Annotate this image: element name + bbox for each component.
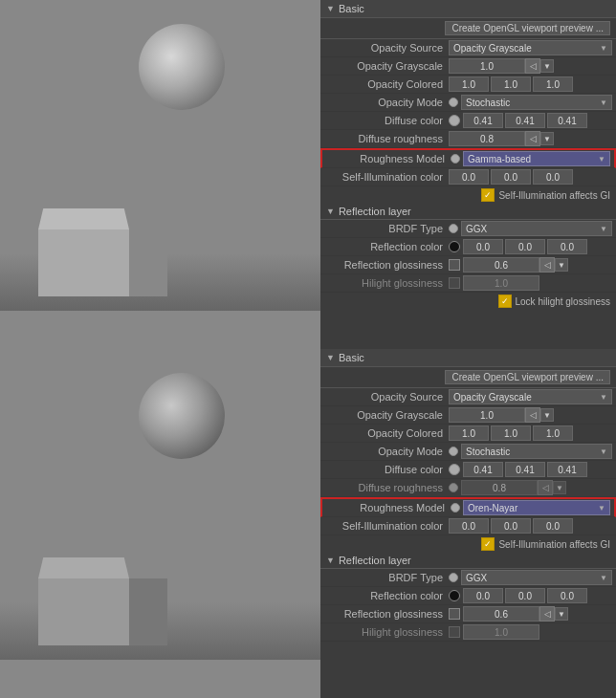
top-refl-v1[interactable] xyxy=(463,239,503,254)
bot-brdf-radio[interactable] xyxy=(449,573,458,582)
top-diffuse-v2[interactable] xyxy=(505,113,545,128)
bot-refl-gloss-expand[interactable]: ▼ xyxy=(555,607,568,621)
bot-opacity-source-dropdown[interactable]: Opacity Grayscale ▼ xyxy=(449,389,612,404)
top-refl-v2[interactable] xyxy=(505,239,545,254)
bot-brdf-dropdown[interactable]: GGX ▼ xyxy=(461,570,612,585)
top-opacity-grayscale-slider[interactable]: ◁ xyxy=(525,58,540,74)
top-diffuse-v3[interactable] xyxy=(547,113,587,128)
top-reflection-header: ▼ Reflection layer xyxy=(320,204,616,220)
bot-opacity-colored-v2[interactable] xyxy=(491,425,531,441)
top-refl-v3[interactable] xyxy=(547,239,587,254)
top-self-illum-v2[interactable] xyxy=(491,169,531,185)
top-cube-side xyxy=(129,229,167,296)
bot-refl-gloss-slider[interactable]: ◁ xyxy=(539,606,555,622)
bot-diffuse-roughness-radio[interactable] xyxy=(449,483,458,492)
top-opacity-grayscale-expand[interactable]: ▼ xyxy=(540,59,554,73)
top-opacity-mode-label: Opacity Mode xyxy=(324,97,449,108)
top-diffuse-roughness-expand[interactable]: ▼ xyxy=(540,132,554,145)
top-hilight-gloss-field[interactable] xyxy=(463,275,539,291)
top-lock-hilight-checkbox[interactable]: ✓ xyxy=(498,294,512,308)
top-roughness-model-row: Roughness Model Gamma-based ▼ xyxy=(320,148,616,168)
top-lock-checkmark: ✓ xyxy=(501,296,509,306)
top-props-panel: ▼ Basic Create OpenGL viewport preview .… xyxy=(320,0,616,349)
top-panel: ▼ Basic Create OpenGL viewport preview .… xyxy=(0,0,616,349)
top-self-illum-v3[interactable] xyxy=(533,169,573,185)
bot-refl-v2[interactable] xyxy=(505,588,545,603)
bot-opacity-grayscale-field[interactable] xyxy=(449,407,525,423)
top-opacity-mode-radio[interactable] xyxy=(449,98,458,107)
bot-refl-gloss-color[interactable] xyxy=(449,608,460,620)
top-reflection-label: Reflection layer xyxy=(339,206,411,217)
top-opacity-colored-v2[interactable] xyxy=(491,76,531,92)
bot-hilight-gloss-color[interactable] xyxy=(449,626,460,638)
top-refl-gloss-slider[interactable]: ◁ xyxy=(539,257,555,273)
top-create-opengl-button[interactable]: Create OpenGL viewport preview ... xyxy=(445,21,610,35)
bot-create-opengl-button[interactable]: Create OpenGL viewport preview ... xyxy=(445,370,610,384)
top-refl-gloss-row: Reflection glossiness ◁ ▼ xyxy=(320,256,616,274)
bot-opacity-grayscale-expand[interactable]: ▼ xyxy=(540,408,554,422)
top-diffuse-roughness-field[interactable] xyxy=(449,131,525,146)
bot-hilight-gloss-field[interactable] xyxy=(463,624,539,640)
top-opacity-mode-dropdown[interactable]: Stochastic ▼ xyxy=(461,95,612,110)
bot-reflection-label: Reflection layer xyxy=(339,555,411,566)
top-self-illum-label: Self-Illumination color xyxy=(324,171,449,183)
bot-self-illum-row: Self-Illumination color xyxy=(320,517,616,535)
bot-refl-v3[interactable] xyxy=(547,588,587,603)
bot-brdf-label: BRDF Type xyxy=(324,572,449,583)
bot-refl-v1[interactable] xyxy=(463,588,503,603)
top-diffuse-color-dot[interactable] xyxy=(449,115,460,126)
bot-diffuse-roughness-field[interactable] xyxy=(461,480,538,495)
bot-self-illum-gi-checkbox[interactable]: ✓ xyxy=(481,537,495,551)
bot-opacity-grayscale-slider[interactable]: ◁ xyxy=(525,407,540,423)
top-diffuse-roughness-slider[interactable]: ◁ xyxy=(525,131,540,146)
bot-cube-side xyxy=(129,578,167,645)
top-opacity-colored-v3[interactable] xyxy=(533,76,573,92)
bot-opacity-colored-v3[interactable] xyxy=(533,425,573,441)
bot-reflection-header: ▼ Reflection layer xyxy=(320,553,616,569)
bottom-props-panel: ▼ Basic Create OpenGL viewport preview .… xyxy=(320,349,616,698)
top-self-illum-v1[interactable] xyxy=(449,169,489,185)
top-brdf-radio[interactable] xyxy=(449,224,458,233)
top-brdf-row: BRDF Type GGX ▼ xyxy=(320,220,616,238)
top-opacity-grayscale-row: Opacity Grayscale ◁ ▼ xyxy=(320,57,616,76)
top-refl-gloss-expand[interactable]: ▼ xyxy=(555,258,568,272)
bot-opacity-mode-dropdown[interactable]: Stochastic ▼ xyxy=(461,444,612,459)
top-reflection-triangle: ▼ xyxy=(326,207,335,216)
top-opacity-source-dropdown[interactable]: Opacity Grayscale ▼ xyxy=(449,40,612,55)
top-self-illum-gi-checkbox[interactable]: ✓ xyxy=(481,188,495,202)
bot-diffuse-v3[interactable] xyxy=(547,462,587,477)
bot-roughness-model-dropdown[interactable]: Oren-Nayar ▼ xyxy=(463,500,610,515)
top-opacity-grayscale-field[interactable] xyxy=(449,58,525,74)
bot-opacity-colored-v1[interactable] xyxy=(449,425,489,441)
bot-cube-front xyxy=(38,578,129,645)
top-reflection-color-dot[interactable] xyxy=(449,241,460,252)
top-brdf-dropdown[interactable]: GGX ▼ xyxy=(461,221,612,236)
top-refl-gloss-field[interactable] xyxy=(463,257,539,273)
bot-opacity-mode-radio[interactable] xyxy=(449,447,458,456)
top-roughness-model-dropdown[interactable]: Gamma-based ▼ xyxy=(463,151,610,166)
bot-self-illum-v1[interactable] xyxy=(449,518,489,534)
bot-self-illum-v2[interactable] xyxy=(491,518,531,534)
bot-self-illum-gi-row: ✓ Self-Illumination affects GI xyxy=(320,535,616,553)
top-hilight-gloss-color[interactable] xyxy=(449,277,460,289)
bot-diffuse-v1[interactable] xyxy=(463,462,503,477)
top-basic-header: ▼ Basic xyxy=(320,0,616,18)
bot-diffuse-roughness-expand[interactable]: ▼ xyxy=(553,481,566,494)
top-opacity-source-value: Opacity Grayscale xyxy=(453,43,532,54)
bot-diffuse-color-dot[interactable] xyxy=(449,464,460,475)
bot-self-illum-v3[interactable] xyxy=(533,518,573,534)
top-diffuse-v1[interactable] xyxy=(463,113,503,128)
bot-cube-top xyxy=(38,557,129,578)
bot-roughness-model-radio[interactable] xyxy=(451,503,460,513)
top-reflection-color-label: Reflection color xyxy=(324,241,449,252)
bot-reflection-triangle: ▼ xyxy=(326,556,335,565)
bot-diffuse-v2[interactable] xyxy=(505,462,545,477)
top-roughness-model-radio[interactable] xyxy=(451,154,460,164)
bot-reflection-color-dot[interactable] xyxy=(449,590,460,601)
top-refl-gloss-color[interactable] xyxy=(449,259,460,271)
bot-diffuse-roughness-label: Diffuse roughness xyxy=(324,482,449,493)
top-opacity-colored-v1[interactable] xyxy=(449,76,489,92)
bot-opacity-colored-nums xyxy=(449,425,573,441)
bot-diffuse-roughness-slider[interactable]: ◁ xyxy=(538,480,553,495)
bot-refl-gloss-field[interactable] xyxy=(463,606,539,622)
